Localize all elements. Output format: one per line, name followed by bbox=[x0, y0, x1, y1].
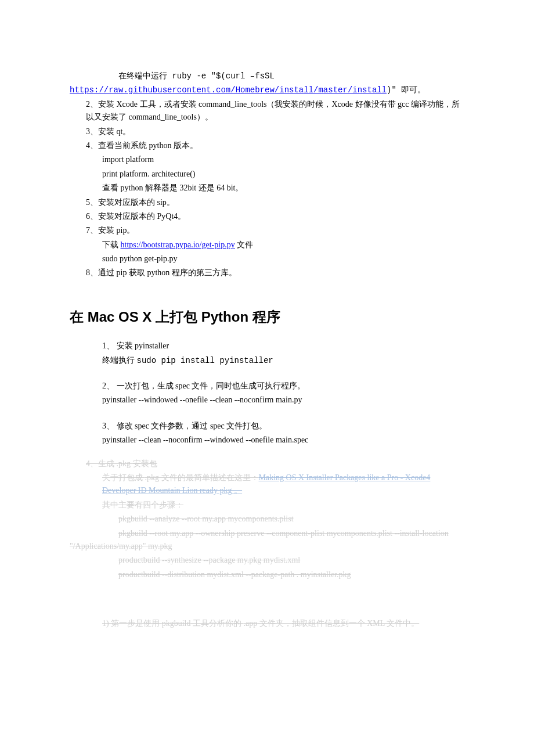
homebrew-link[interactable]: https://raw.githubusercontent.com/Homebr… bbox=[70, 85, 387, 95]
struck-pkgbuild: pkgbuild bbox=[162, 619, 191, 628]
pack-step-1a: 终端执行 sudo pip install pyinstaller bbox=[70, 354, 464, 367]
struck-4d: pkgbuild --root my.app --ownership prese… bbox=[70, 527, 464, 553]
terminal-command-line: 在终端中运行 ruby -e "$(curl –fsSL bbox=[70, 70, 464, 82]
struck-pkg: .pkg bbox=[145, 473, 160, 482]
getpip-link[interactable]: https://bootstrap.pypa.io/get-pip.py bbox=[121, 240, 235, 249]
step-6: 6、安装对应版本的 PyQt4。 bbox=[70, 210, 464, 223]
struck-4a: 关于打包成 .pkg 文件的最简单描述在这里：Making OS X Insta… bbox=[70, 471, 464, 498]
document-body: 在终端中运行 ruby -e "$(curl –fsSL https://raw… bbox=[70, 70, 464, 631]
struck-4e: productbuild --synthesize --package my.p… bbox=[70, 554, 464, 567]
struck-text2: 文件的最简单描述在这里： bbox=[159, 473, 259, 482]
step-4b: print platform. architecture() bbox=[70, 168, 464, 181]
exec-prefix: 终端执行 bbox=[102, 356, 137, 365]
pack-step-3a: pyinstaller --clean --noconfirm --window… bbox=[70, 434, 464, 447]
link-line: https://raw.githubusercontent.com/Homebr… bbox=[70, 84, 464, 96]
struck-4c: pkgbuild --analyze --root my.app mycompo… bbox=[70, 513, 464, 525]
struck-1-suffix: 文件夹，抽取组件信息到一个 XML 文件中。 bbox=[257, 619, 419, 628]
struck-4f: productbuild --distribution mydist.xml -… bbox=[70, 568, 464, 581]
step-5: 5、安装对应版本的 sip。 bbox=[70, 196, 464, 209]
step-7b: sudo python get-pip.py bbox=[70, 253, 464, 265]
step-4a: import platform bbox=[70, 153, 464, 166]
step-7a: 下载 https://bootstrap.pypa.io/get-pip.py … bbox=[70, 239, 464, 251]
pack-step-2: 2、 一次打包，生成 spec 文件，同时也生成可执行程序。 bbox=[70, 380, 464, 393]
download-prefix: 下载 bbox=[102, 240, 121, 249]
pack-step-2a: pyinstaller --windowed --onefile --clean… bbox=[70, 394, 464, 406]
struck-4: 4、生成 .pkg 安装包 bbox=[70, 458, 464, 470]
download-suffix: 文件 bbox=[235, 240, 254, 249]
step-3: 3、安装 qt。 bbox=[70, 125, 464, 138]
struck-1-prefix: 1) 第一步是使用 bbox=[102, 619, 162, 628]
struck-step-1: 1) 第一步是使用 pkgbuild 工具分析你的 .app 文件夹，抽取组件信… bbox=[70, 617, 464, 630]
pack-step-3: 3、 修改 spec 文件参数，通过 spec 文件打包。 bbox=[70, 420, 464, 433]
exec-cmd: sudo pip install pyinstaller bbox=[137, 356, 273, 365]
step-8: 8、通过 pip 获取 python 程序的第三方库。 bbox=[70, 267, 464, 279]
step-7: 7、安装 pip。 bbox=[70, 224, 464, 237]
struck-4b: 其中主要有四个步骤： bbox=[70, 499, 464, 512]
text-suffix: )" 即可。 bbox=[387, 85, 425, 95]
struck-text: 关于打包成 bbox=[102, 473, 145, 482]
section-heading: 在 Mac OS X 上打包 Python 程序 bbox=[70, 306, 464, 328]
struck-section: 4、生成 .pkg 安装包 关于打包成 .pkg 文件的最简单描述在这里：Mak… bbox=[70, 458, 464, 582]
pack-step-1: 1、 安装 pyinstaller bbox=[70, 340, 464, 352]
step-2: 2、安装 Xcode 工具，或者安装 command_line_tools（我安… bbox=[70, 98, 464, 124]
text-prefix: 在终端中运行 ruby -e "$(curl –fsSL bbox=[118, 71, 275, 81]
step-4: 4、查看当前系统 python 版本。 bbox=[70, 139, 464, 152]
struck-1-mid2: 工具分析你的 bbox=[190, 619, 243, 628]
struck-app: .app bbox=[243, 619, 257, 628]
step-4c: 查看 python 解释器是 32bit 还是 64 bit。 bbox=[70, 182, 464, 195]
